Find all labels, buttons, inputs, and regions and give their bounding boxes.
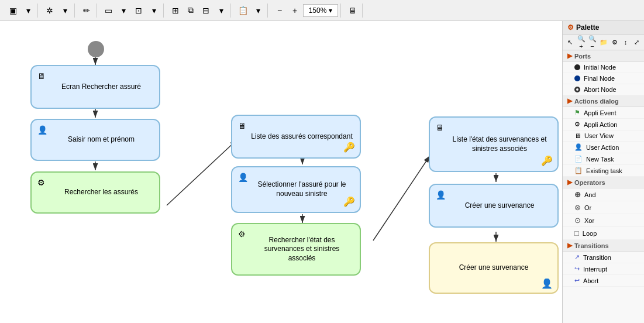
palette-item-transition[interactable]: ↗ Transition <box>563 252 644 263</box>
ports-collapse-icon: ▶ <box>567 52 572 60</box>
rect-dropdown-btn[interactable]: ▾ <box>116 4 130 18</box>
palette-item-interrupt[interactable]: ↪ Interrupt <box>563 263 644 275</box>
node-rechercher-label: Rechercher les assurés <box>64 188 138 197</box>
loop-icon: □ <box>574 229 579 238</box>
xor-icon: ⊙ <box>574 216 581 225</box>
person-badge: 👤 <box>541 278 553 290</box>
node-selectionner-assure[interactable]: 👤 Sélectionner l'assuré pour le nouveau … <box>231 166 361 213</box>
actions-collapse-icon: ▶ <box>567 97 572 105</box>
node-rechercher-etat[interactable]: ⚙ Rechercher l'état des survenances et s… <box>231 223 361 276</box>
node-rechercher-etat-label: Rechercher l'état des survenances et sin… <box>251 236 353 263</box>
palette-section-operators[interactable]: ▶ Operators <box>563 177 644 188</box>
palette-section-transitions[interactable]: ▶ Transitions <box>563 240 644 252</box>
palette-item-user-view[interactable]: 🖥 User View <box>563 130 644 142</box>
toolbar-pointer-group: ✲ ▾ <box>40 4 75 18</box>
key-badge-2: 🔑 <box>343 196 355 208</box>
palette-item-appli-action[interactable]: ⚙ Appli Action <box>563 119 644 130</box>
final-node-label: Final Node <box>584 75 615 82</box>
appli-event-icon: ⚑ <box>574 109 580 116</box>
palette-item-xor[interactable]: ⊙ Xor <box>563 214 644 227</box>
palette-connect-btn[interactable]: ⤢ <box>632 36 642 48</box>
palette-item-loop[interactable]: □ Loop <box>563 227 644 240</box>
palette-gear-icon: ⚙ <box>567 23 574 32</box>
node-creer-survenance-action[interactable]: 👤 Créer une survenance <box>429 184 559 228</box>
pointer-tool-btn[interactable]: ✲ <box>43 4 57 18</box>
lasso-tool-btn[interactable]: ⊡ <box>132 4 146 18</box>
palette-settings-btn[interactable]: ⚙ <box>609 36 619 48</box>
node-liste-etat[interactable]: 🖥 Liste l'état des survenances et sinist… <box>429 116 559 172</box>
palette-zoom-in-btn[interactable]: 🔍+ <box>576 36 586 48</box>
existing-task-icon: 📋 <box>574 167 583 174</box>
app-container: ▣ ▾ ✲ ▾ ✏ ▭ ▾ ⊡ ▾ ⊞ ⧉ ⊟ ▾ 📋 ▾ − + <box>0 0 644 323</box>
align-dropdown-btn[interactable]: ▾ <box>214 4 228 18</box>
node-saisir-nom[interactable]: 👤 Saisir nom et prénom <box>30 119 160 161</box>
palette-item-abort[interactable]: ↩ Abort <box>563 275 644 287</box>
node-rechercher-assures[interactable]: ⚙ Rechercher les assurés <box>30 171 160 214</box>
zoom-in-btn[interactable]: + <box>288 4 302 18</box>
monitor-icon-3: 🖥 <box>436 122 444 133</box>
svg-line-4 <box>167 140 237 205</box>
toolbar-arrange-group: ⊞ ⧉ ⊟ ▾ <box>166 4 231 18</box>
palette-item-appli-event[interactable]: ⚑ Appli Event <box>563 107 644 119</box>
operators-section-label: Operators <box>574 179 605 186</box>
pointer-dropdown-btn[interactable]: ▾ <box>58 4 72 18</box>
palette-item-initial-node[interactable]: Initial Node <box>563 62 644 73</box>
zoom-dropdown-icon[interactable]: ▾ <box>329 6 332 15</box>
key-badge-1: 🔑 <box>343 142 355 154</box>
interrupt-icon: ↪ <box>574 265 580 273</box>
new-task-icon: 📄 <box>574 155 583 163</box>
palette-panel: ⚙ Palette ↖ 🔍+ 🔍− 📁 ⚙ ↕ ⤢ ▶ Ports Initia… <box>562 21 644 323</box>
lasso-dropdown-btn[interactable]: ▾ <box>147 4 161 18</box>
key-badge-3: 🔑 <box>541 155 553 167</box>
select-dropdown-btn[interactable]: ▾ <box>21 4 35 18</box>
toolbar-clipboard-group: 📋 ▾ <box>233 4 268 18</box>
palette-section-ports[interactable]: ▶ Ports <box>563 50 644 62</box>
zoom-out-btn[interactable]: − <box>273 4 287 18</box>
toolbar-view-group: 🖥 <box>343 4 363 18</box>
node-liste-assures[interactable]: 🖥 Liste des assurés correspondant 🔑 <box>231 115 361 159</box>
user-view-icon: 🖥 <box>574 132 581 139</box>
diagram-canvas[interactable]: 🖥 Ecran Rechercher assuré 👤 Saisir nom e… <box>0 21 562 323</box>
toolbar-shape-group: ▭ ▾ ⊡ ▾ <box>99 4 164 18</box>
palette-folder-btn[interactable]: 📁 <box>598 36 608 48</box>
palette-section-actions[interactable]: ▶ Actions dialog <box>563 95 644 107</box>
node-creer-survenance-final[interactable]: Créer une survenance 👤 <box>429 242 559 294</box>
gear-icon-1: ⚙ <box>37 177 45 188</box>
toolbar-pencil-group: ✏ <box>77 4 97 18</box>
palette-item-and[interactable]: ⊕ And <box>563 188 644 201</box>
palette-item-abort-node[interactable]: Abort Node <box>563 84 644 95</box>
zoom-value: 150% <box>309 6 327 15</box>
rect-tool-btn[interactable]: ▭ <box>101 4 115 18</box>
clone-tool-btn[interactable]: ⧉ <box>184 4 198 18</box>
user-action-icon: 👤 <box>574 143 583 151</box>
node-liste-assures-label: Liste des assurés correspondant <box>251 132 352 142</box>
select-tool-btn[interactable]: ▣ <box>6 4 20 18</box>
palette-item-final-node[interactable]: Final Node <box>563 73 644 84</box>
palette-pointer-btn[interactable]: ↖ <box>565 36 575 48</box>
palette-item-existing-task[interactable]: 📋 Existing task <box>563 165 644 177</box>
initial-node[interactable] <box>88 41 104 57</box>
node-ecran-rechercher[interactable]: 🖥 Ecran Rechercher assuré <box>30 65 160 109</box>
node-ecran-label: Ecran Rechercher assuré <box>61 83 141 92</box>
paste-tool-btn[interactable]: 📋 <box>236 4 250 18</box>
and-icon: ⊕ <box>574 190 581 199</box>
pencil-tool-btn[interactable]: ✏ <box>80 4 94 18</box>
view-tool-btn[interactable]: 🖥 <box>346 4 360 18</box>
align-tool-btn[interactable]: ⊟ <box>199 4 213 18</box>
transition-icon: ↗ <box>574 253 580 261</box>
palette-zoom-out-btn[interactable]: 🔍− <box>587 36 597 48</box>
initial-node-icon <box>574 64 580 70</box>
appli-action-label: Appli Action <box>584 121 617 128</box>
palette-cursor-btn[interactable]: ↕ <box>621 36 631 48</box>
user-view-label: User View <box>584 132 614 139</box>
final-node-icon <box>574 75 580 81</box>
transitions-collapse-icon: ▶ <box>567 242 572 249</box>
palette-item-user-action[interactable]: 👤 User Action <box>563 142 644 153</box>
or-icon: ⊗ <box>574 203 581 212</box>
palette-item-new-task[interactable]: 📄 New Task <box>563 153 644 165</box>
main-area: 🖥 Ecran Rechercher assuré 👤 Saisir nom e… <box>0 21 644 323</box>
node-liste-etat-label: Liste l'état des survenances et sinistre… <box>449 135 550 153</box>
arrange-tool-btn[interactable]: ⊞ <box>168 4 182 18</box>
paste-dropdown-btn[interactable]: ▾ <box>251 4 265 18</box>
palette-item-or[interactable]: ⊗ Or <box>563 201 644 214</box>
